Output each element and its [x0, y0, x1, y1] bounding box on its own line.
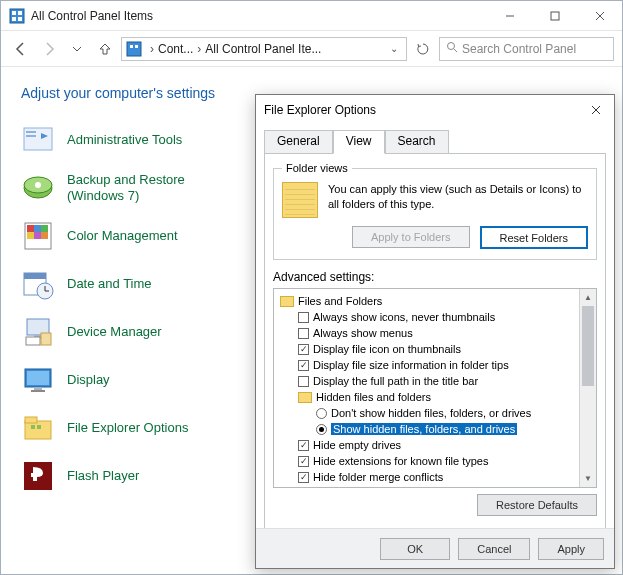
- forward-button[interactable]: [37, 37, 61, 61]
- svg-rect-41: [25, 417, 37, 423]
- tree-root[interactable]: Files and Folders: [276, 293, 577, 309]
- tree-item[interactable]: ✓Display file icon on thumbnails: [276, 341, 577, 357]
- svg-rect-26: [41, 232, 48, 239]
- folder-icon: [280, 296, 294, 307]
- dialog-title: File Explorer Options: [264, 103, 586, 117]
- tab-search[interactable]: Search: [385, 130, 449, 154]
- search-box[interactable]: Search Control Panel: [439, 37, 614, 61]
- address-bar[interactable]: › Cont... › All Control Panel Ite... ⌄: [121, 37, 407, 61]
- checkbox-icon[interactable]: ✓: [298, 456, 309, 467]
- svg-rect-6: [551, 12, 559, 20]
- scroll-down-icon[interactable]: ▼: [580, 470, 596, 487]
- dialog-tabs: General View Search: [264, 129, 606, 153]
- file-explorer-options-icon: [21, 411, 55, 445]
- breadcrumb-sep: ›: [197, 42, 201, 56]
- tree-item[interactable]: Always show icons, never thumbnails: [276, 309, 577, 325]
- advanced-settings-tree: Files and Folders Always show icons, nev…: [273, 288, 597, 488]
- svg-rect-3: [12, 17, 16, 21]
- svg-rect-22: [34, 225, 41, 232]
- close-button[interactable]: [577, 1, 622, 30]
- tree-radio-item[interactable]: Don't show hidden files, folders, or dri…: [276, 405, 577, 421]
- date-time-icon: [21, 267, 55, 301]
- apply-to-folders-button: Apply to Folders: [352, 226, 469, 248]
- toolbar: › Cont... › All Control Panel Ite... ⌄ S…: [1, 31, 622, 67]
- color-mgmt-icon: [21, 219, 55, 253]
- svg-point-12: [448, 43, 455, 50]
- tree-item[interactable]: ✓Hide extensions for known file types: [276, 453, 577, 469]
- tree-radio-item-selected[interactable]: Show hidden files, folders, and drives: [276, 421, 577, 437]
- cp-item-label: Backup and Restore: [67, 172, 185, 188]
- checkbox-icon[interactable]: [298, 376, 309, 387]
- tree-group[interactable]: Hidden files and folders: [276, 389, 577, 405]
- folder-views-icon: [282, 182, 318, 218]
- back-button[interactable]: [9, 37, 33, 61]
- tree-item[interactable]: ✓Hide folder merge conflicts: [276, 469, 577, 485]
- restore-defaults-button[interactable]: Restore Defaults: [477, 494, 597, 516]
- tab-general[interactable]: General: [264, 130, 333, 154]
- tree-item[interactable]: Always show menus: [276, 325, 577, 341]
- tree-scrollbar[interactable]: ▲ ▼: [579, 289, 596, 487]
- cp-item-label: Administrative Tools: [67, 132, 182, 148]
- svg-rect-39: [31, 390, 45, 392]
- svg-rect-35: [41, 333, 51, 345]
- checkbox-icon[interactable]: ✓: [298, 440, 309, 451]
- tab-view[interactable]: View: [333, 130, 385, 154]
- radio-icon[interactable]: [316, 408, 327, 419]
- search-icon: [446, 41, 458, 56]
- tree-content[interactable]: Files and Folders Always show icons, nev…: [274, 289, 579, 487]
- svg-rect-21: [27, 225, 34, 232]
- file-explorer-options-dialog: File Explorer Options General View Searc…: [255, 94, 615, 569]
- svg-rect-28: [24, 273, 46, 279]
- checkbox-icon[interactable]: ✓: [298, 360, 309, 371]
- window-controls: [487, 1, 622, 30]
- radio-icon[interactable]: [316, 424, 327, 435]
- recent-dropdown[interactable]: [65, 37, 89, 61]
- svg-rect-11: [135, 45, 138, 48]
- ok-button[interactable]: OK: [380, 538, 450, 560]
- scroll-up-icon[interactable]: ▲: [580, 289, 596, 306]
- advanced-settings-label: Advanced settings:: [273, 270, 597, 284]
- svg-point-19: [35, 182, 41, 188]
- tab-panel-view: Folder views You can apply this view (su…: [264, 153, 606, 555]
- flash-player-icon: [21, 459, 55, 493]
- window-title: All Control Panel Items: [31, 9, 487, 23]
- svg-rect-2: [18, 11, 22, 15]
- checkbox-icon[interactable]: ✓: [298, 472, 309, 483]
- checkbox-icon[interactable]: ✓: [298, 344, 309, 355]
- breadcrumb-2[interactable]: All Control Panel Ite...: [205, 42, 321, 56]
- backup-restore-icon: [21, 171, 55, 205]
- address-dropdown-icon[interactable]: ⌄: [390, 43, 402, 54]
- apply-button[interactable]: Apply: [538, 538, 604, 560]
- refresh-button[interactable]: [411, 37, 435, 61]
- control-panel-icon: [9, 8, 25, 24]
- svg-rect-4: [18, 17, 22, 21]
- tree-item[interactable]: ✓Display file size information in folder…: [276, 357, 577, 373]
- dialog-button-row: OK Cancel Apply: [256, 528, 614, 568]
- folder-views-group: Folder views You can apply this view (su…: [273, 162, 597, 260]
- maximize-button[interactable]: [532, 1, 577, 30]
- svg-rect-16: [26, 135, 36, 137]
- checkbox-icon[interactable]: [298, 328, 309, 339]
- svg-rect-10: [130, 45, 133, 48]
- address-cp-icon: [126, 41, 142, 57]
- tree-item[interactable]: Display the full path in the title bar: [276, 373, 577, 389]
- svg-rect-43: [37, 425, 41, 429]
- checkbox-icon[interactable]: [298, 312, 309, 323]
- search-placeholder: Search Control Panel: [462, 42, 576, 56]
- cancel-button[interactable]: Cancel: [458, 538, 530, 560]
- display-icon: [21, 363, 55, 397]
- admin-tools-icon: [21, 123, 55, 157]
- svg-rect-37: [27, 371, 49, 385]
- breadcrumb-1[interactable]: Cont...: [158, 42, 193, 56]
- dialog-body: General View Search Folder views You can…: [256, 129, 614, 563]
- cp-item-label: Flash Player: [67, 468, 139, 484]
- minimize-button[interactable]: [487, 1, 532, 30]
- scroll-thumb[interactable]: [582, 306, 594, 386]
- tree-item[interactable]: ✓Hide empty drives: [276, 437, 577, 453]
- folder-icon: [298, 392, 312, 403]
- reset-folders-button[interactable]: Reset Folders: [480, 226, 588, 249]
- cp-item-label: File Explorer Options: [67, 420, 188, 436]
- up-button[interactable]: [93, 37, 117, 61]
- svg-rect-24: [27, 232, 34, 239]
- dialog-close-button[interactable]: [586, 100, 606, 120]
